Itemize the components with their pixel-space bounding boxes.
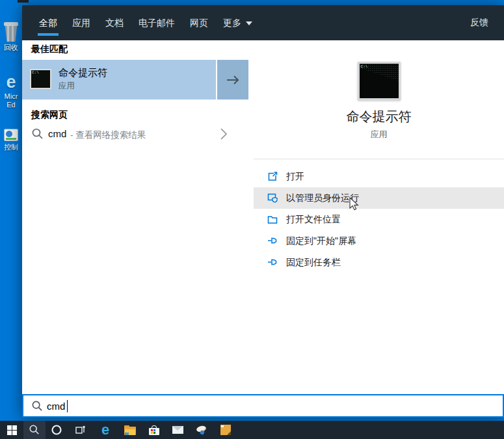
desktop-icon-microsoft-edge[interactable]: e Micr Ed (0, 73, 22, 109)
app-title: 命令提示符 (254, 108, 504, 126)
search-input[interactable] (47, 395, 489, 416)
mail-button[interactable] (168, 421, 187, 439)
desktop-icon-recycle-bin[interactable]: 回收 (0, 22, 22, 52)
store-icon (149, 425, 159, 435)
preview-pane: C:\ 命令提示符 应用 打开 以管理员身份运行 (254, 40, 504, 394)
text-caret (67, 400, 68, 412)
tab-more-label: 更多 (223, 18, 241, 28)
control-panel-icon (4, 129, 18, 141)
best-match-item[interactable]: C:\ 命令提示符 应用 (22, 60, 248, 100)
chevron-right-icon (220, 127, 228, 140)
search-icon (31, 127, 44, 140)
actions-divider (254, 159, 504, 159)
suggestion-hint: - 查看网络搜索结果 (70, 129, 146, 141)
results-pane: 最佳匹配 C:\ 命令提示符 应用 搜索网页 (22, 40, 254, 394)
web-suggestion-item[interactable]: cmd - 查看网络搜索结果 (22, 124, 248, 144)
expand-result-button[interactable] (216, 60, 248, 100)
tab-documents[interactable]: 文档 (105, 5, 124, 40)
sticky-notes-icon (220, 425, 231, 435)
cortana-icon (51, 424, 62, 436)
web-search-header: 搜索网页 (31, 109, 68, 121)
edge-taskbar-button[interactable]: e (96, 421, 114, 439)
action-open-file-location[interactable]: 打开文件位置 (254, 209, 504, 230)
desktop-icon-control-panel[interactable]: 控制 (0, 129, 22, 152)
admin-shield-icon (267, 192, 278, 204)
mouse-cursor (349, 197, 360, 211)
desktop-icon-label: 回收 (0, 44, 22, 52)
best-match-title: 命令提示符 (59, 67, 107, 79)
feedback-button[interactable]: 反馈 (470, 17, 488, 29)
windows-logo-icon (7, 425, 17, 435)
mail-icon (172, 426, 183, 434)
search-flyout-window: 全部 应用 文档 电子邮件 网页 更多 反馈 最佳匹配 C:\ 命令提示符 应用 (22, 5, 504, 418)
misc-app-button[interactable] (192, 421, 211, 439)
chevron-down-icon (246, 21, 252, 25)
cortana-button[interactable] (47, 421, 66, 439)
search-icon (31, 400, 44, 412)
arrow-right-icon (225, 73, 241, 86)
desktop-icon-label: 控制 (0, 143, 22, 152)
recycle-bin-icon (3, 22, 19, 42)
taskbar: e (0, 421, 504, 439)
action-open[interactable]: 打开 (254, 166, 504, 187)
file-explorer-icon (124, 425, 136, 435)
launch-icon (267, 170, 278, 182)
search-results-body: 最佳匹配 C:\ 命令提示符 应用 搜索网页 (22, 40, 504, 394)
best-match-subtitle: 应用 (59, 81, 75, 92)
cmd-icon-large: C:\ (358, 62, 401, 100)
store-button[interactable] (145, 421, 163, 439)
search-filter-tabs: 全部 应用 文档 电子邮件 网页 更多 反馈 (22, 5, 504, 40)
cmd-icon: C:\ (30, 69, 51, 89)
taskbar-search-button[interactable] (23, 421, 46, 439)
pin-icon (267, 235, 278, 246)
tab-email[interactable]: 电子邮件 (139, 5, 175, 40)
sticky-notes-button[interactable] (217, 421, 235, 439)
pin-icon (267, 256, 278, 268)
suggestion-query: cmd (48, 128, 66, 139)
search-bar (22, 394, 504, 418)
start-button[interactable] (3, 421, 21, 439)
tab-web[interactable]: 网页 (190, 5, 208, 40)
window-shadow-fragment (18, 0, 29, 3)
tab-apps[interactable]: 应用 (72, 5, 90, 40)
search-icon (29, 424, 40, 436)
tab-all[interactable]: 全部 (39, 5, 57, 40)
edge-icon: e (101, 423, 109, 437)
action-pin-to-start[interactable]: 固定到"开始"屏幕 (254, 230, 504, 252)
desktop-icon-label: Ed (0, 101, 22, 109)
task-view-button[interactable] (71, 421, 89, 439)
edge-icon: e (2, 73, 20, 91)
folder-icon (267, 213, 278, 225)
desktop-icon-label: Micr (0, 92, 22, 101)
action-run-as-admin[interactable]: 以管理员身份运行 (254, 187, 504, 209)
task-view-icon (74, 424, 86, 436)
action-pin-to-taskbar[interactable]: 固定到任务栏 (254, 252, 504, 273)
file-explorer-button[interactable] (121, 421, 139, 439)
best-match-header: 最佳匹配 (31, 44, 68, 55)
tab-more[interactable]: 更多 (223, 5, 252, 40)
misc-app-icon (196, 425, 207, 435)
app-subtitle: 应用 (254, 129, 504, 140)
